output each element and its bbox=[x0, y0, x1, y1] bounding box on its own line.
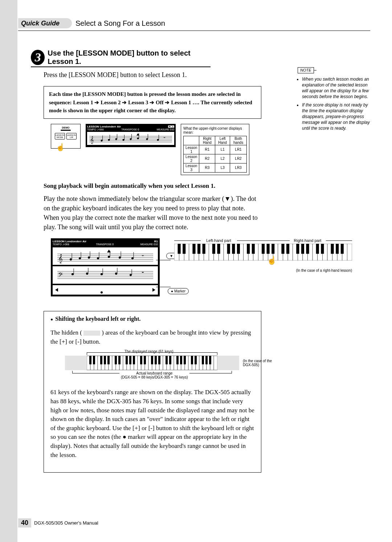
svg-point-34 bbox=[88, 256, 90, 259]
svg-point-30 bbox=[70, 258, 72, 260]
left-hand-label: Left-hand part bbox=[174, 238, 263, 243]
svg-rect-179 bbox=[336, 244, 339, 254]
display-meaning-box: What the upper-right-corner displays mea… bbox=[181, 124, 249, 175]
svg-text:𝄻: 𝄻 bbox=[142, 272, 144, 273]
svg-text:𝄞: 𝄞 bbox=[58, 254, 63, 264]
note-list: When you switch lesson modes an explanat… bbox=[298, 76, 370, 132]
svg-rect-232 bbox=[166, 356, 168, 364]
svg-rect-230 bbox=[155, 356, 157, 364]
quick-guide-tab: Quick Guide bbox=[18, 18, 72, 28]
lesson-mode-button[interactable]: LESSON MODE bbox=[55, 133, 65, 139]
device-panel: DEMO LESSON MODE LESSON L/R bbox=[51, 124, 81, 149]
right-hand-label: Right-hand part bbox=[263, 238, 352, 243]
svg-rect-224 bbox=[126, 356, 128, 364]
graphic-keyboard-small bbox=[53, 285, 158, 295]
svg-point-19 bbox=[146, 138, 148, 140]
svg-rect-161 bbox=[212, 244, 215, 254]
svg-rect-227 bbox=[140, 356, 142, 364]
svg-rect-155 bbox=[347, 244, 352, 260]
lesson-mode-figure: DEMO LESSON MODE LESSON L/R ☝ LESSON Lon… bbox=[51, 124, 279, 175]
displayed-keys bbox=[87, 356, 217, 370]
svg-rect-239 bbox=[202, 356, 204, 364]
svg-rect-162 bbox=[217, 244, 220, 254]
svg-point-10 bbox=[115, 138, 117, 140]
svg-point-32 bbox=[79, 257, 81, 259]
svg-rect-225 bbox=[129, 356, 131, 364]
piano-keyboard bbox=[174, 244, 352, 260]
manual-page: Quick Guide Select a Song For a Lesson 3… bbox=[0, 0, 392, 542]
svg-rect-217 bbox=[89, 356, 91, 364]
svg-point-41 bbox=[119, 256, 121, 259]
step-heading: 3 Use the [LESSON MODE] button to select… bbox=[31, 49, 211, 67]
svg-rect-219 bbox=[100, 356, 102, 364]
chapter-title: Select a Song For a Lesson bbox=[75, 19, 165, 28]
full-keyboard-figure: Left-hand part Right-hand part ☝ (In the… bbox=[174, 238, 352, 272]
step-intro: Press the [LESSON MODE] button to select… bbox=[44, 70, 261, 80]
svg-point-12 bbox=[123, 139, 124, 141]
actual-range-label: Actual keyboard range (DGX-505 = 88 keys… bbox=[119, 371, 189, 379]
svg-point-36 bbox=[97, 257, 99, 259]
svg-rect-175 bbox=[306, 244, 309, 254]
hidden-left-zone bbox=[65, 356, 87, 370]
svg-rect-235 bbox=[180, 356, 182, 364]
svg-point-8 bbox=[108, 139, 110, 141]
marker-figure: LESSON Londonderr Air R1 TEMPO ♩=068 TRA… bbox=[51, 238, 348, 296]
marker-bot-label: ● Marker bbox=[168, 288, 189, 294]
svg-rect-241 bbox=[209, 356, 211, 364]
svg-rect-163 bbox=[227, 244, 230, 254]
svg-rect-226 bbox=[133, 356, 135, 364]
shift-intro: The hidden ( ) areas of the keyboard can… bbox=[50, 328, 254, 346]
svg-text:𝄻: 𝄻 bbox=[163, 137, 166, 138]
dgx505-caption: (In the case of the DGX-505) bbox=[243, 359, 279, 367]
svg-point-54 bbox=[86, 272, 88, 275]
press-hand-icon: ☝ bbox=[56, 143, 65, 151]
svg-rect-221 bbox=[107, 356, 110, 364]
svg-rect-218 bbox=[93, 356, 95, 364]
note-label: NOTE bbox=[298, 67, 314, 73]
svg-rect-114 bbox=[54, 285, 156, 295]
svg-point-56 bbox=[101, 273, 103, 275]
svg-rect-166 bbox=[247, 244, 250, 254]
svg-rect-172 bbox=[286, 244, 289, 254]
step-number: 3 bbox=[31, 50, 45, 65]
svg-rect-170 bbox=[271, 244, 274, 254]
svg-rect-240 bbox=[205, 356, 208, 364]
svg-rect-231 bbox=[158, 356, 160, 364]
svg-rect-176 bbox=[316, 244, 319, 254]
display-codes-table: Right Hand Left Hand Both hands Lesson 1… bbox=[183, 136, 247, 173]
chapter-header: Quick Guide Select a Song For a Lesson bbox=[18, 18, 370, 31]
press-hand-icon: ☝ bbox=[267, 256, 277, 265]
hidden-range-icon bbox=[83, 331, 100, 336]
svg-rect-156 bbox=[178, 244, 181, 254]
svg-point-58 bbox=[115, 272, 117, 275]
playback-heading: Song playback will begin automatically w… bbox=[44, 182, 261, 190]
svg-rect-220 bbox=[104, 356, 106, 364]
sequence-info: Each time the [LESSON MODE] button is pr… bbox=[44, 86, 261, 119]
lesson-lr-button[interactable]: LESSON L/R bbox=[66, 133, 77, 139]
svg-point-6 bbox=[101, 139, 103, 141]
tab-label: Quick Guide bbox=[21, 20, 60, 27]
page-number: 40 bbox=[18, 518, 31, 527]
step-title: Use the [LESSON MODE] button to select L… bbox=[48, 49, 211, 66]
svg-rect-236 bbox=[184, 356, 186, 364]
svg-point-21 bbox=[157, 139, 159, 141]
svg-rect-168 bbox=[262, 244, 265, 254]
svg-rect-160 bbox=[203, 244, 205, 254]
svg-rect-228 bbox=[144, 356, 146, 364]
keyboard-range-figure: The displayed range (61 keys) Actual key… bbox=[65, 352, 239, 373]
svg-rect-173 bbox=[296, 244, 299, 254]
shift-paragraph: 61 keys of the keyboard's range are show… bbox=[50, 388, 254, 460]
svg-rect-238 bbox=[195, 356, 197, 364]
svg-rect-223 bbox=[118, 356, 121, 364]
minitable-caption: What the upper-right-corner displays mea… bbox=[183, 126, 247, 134]
rh-lesson-caption: (In the case of a right-hand lesson) bbox=[174, 268, 352, 272]
svg-rect-177 bbox=[321, 244, 324, 254]
svg-rect-178 bbox=[331, 244, 334, 254]
score-staff-bottom: 𝄢 𝄻 bbox=[53, 266, 158, 284]
lcd-display: LESSON Londonderr Air R1 TEMPO ♩=068 TRA… bbox=[86, 124, 176, 147]
svg-rect-174 bbox=[301, 244, 304, 254]
svg-point-17 bbox=[137, 137, 139, 139]
page-footer: 40 DGX-505/305 Owner's Manual bbox=[18, 518, 98, 527]
svg-point-14 bbox=[130, 138, 132, 140]
svg-rect-164 bbox=[232, 244, 235, 254]
